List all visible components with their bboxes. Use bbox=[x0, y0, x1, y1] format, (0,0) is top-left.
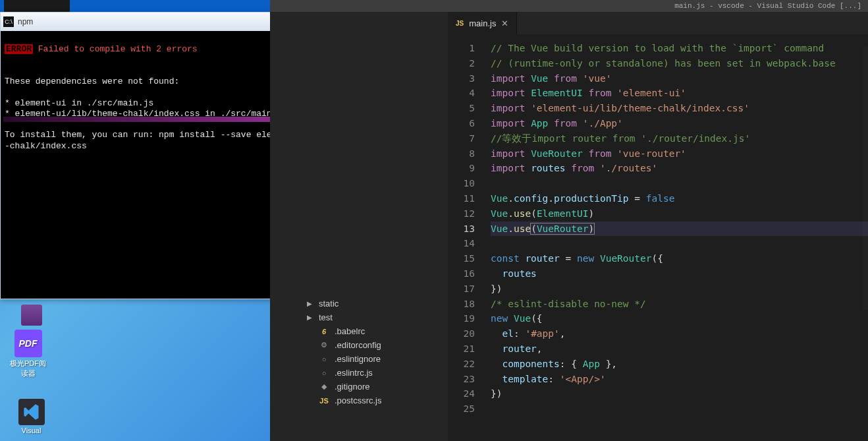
chevron-right-icon: ▶ bbox=[307, 314, 313, 321]
file-eslintignore[interactable]: ○.eslintignore bbox=[303, 352, 441, 366]
file-label: .eslintignore bbox=[335, 354, 381, 364]
eslint-icon: ○ bbox=[319, 355, 329, 363]
file-label: .editorconfig bbox=[335, 340, 381, 350]
file-label: .eslintrc.js bbox=[335, 368, 373, 378]
error-message: Failed to compile with 2 errors bbox=[33, 44, 198, 54]
pdf-icon: PDF bbox=[14, 330, 42, 357]
file-label: .postcssrc.js bbox=[335, 396, 382, 405]
vscode-icon bbox=[18, 399, 45, 425]
tab-mainjs[interactable]: JS main.js ✕ bbox=[448, 12, 517, 34]
file-label: .gitignore bbox=[335, 382, 369, 392]
rar-icon bbox=[21, 305, 42, 326]
folder-label: static bbox=[319, 299, 339, 309]
code-editor: JS main.js ✕ 123456789101112131415161718… bbox=[448, 12, 868, 441]
desktop-label: Visual bbox=[10, 426, 53, 434]
vscode-window-title: main.js - vscode - Visual Studio Code [.… bbox=[674, 0, 861, 12]
editor-tabs: JS main.js ✕ bbox=[448, 12, 868, 34]
folder-test[interactable]: ▶test bbox=[303, 310, 441, 324]
file-postcssrc[interactable]: JS.postcssrc.js bbox=[303, 394, 441, 407]
taskbar-item[interactable] bbox=[4, 0, 70, 12]
chevron-right-icon: ▶ bbox=[307, 300, 313, 307]
js-icon: JS bbox=[319, 397, 329, 405]
code-comment: // (runtime-only or standalone) has been… bbox=[491, 58, 836, 69]
tab-label: main.js bbox=[469, 18, 496, 28]
file-babelrc[interactable]: 6.babelrc bbox=[303, 324, 441, 338]
cmd-icon: C:\ bbox=[3, 16, 14, 27]
folder-label: test bbox=[319, 312, 333, 322]
close-tab-icon[interactable]: ✕ bbox=[501, 18, 508, 28]
file-editorconfig[interactable]: ⚙.editorconfig bbox=[303, 338, 441, 352]
code-content[interactable]: // The Vue build version to load with th… bbox=[484, 34, 868, 441]
js-icon: JS bbox=[456, 20, 464, 27]
terminal-line: -chalk/index.css bbox=[5, 141, 87, 151]
eslint-icon: ○ bbox=[319, 369, 329, 377]
file-gitignore[interactable]: ◆.gitignore bbox=[303, 380, 441, 394]
desktop-label: 极光PDF阅读器 bbox=[7, 359, 49, 378]
desktop-icon-pdf[interactable]: PDF 极光PDF阅读器 bbox=[7, 330, 49, 378]
folder-static[interactable]: ▶static bbox=[303, 297, 441, 310]
file-explorer: ▶static ▶test 6.babelrc ⚙.editorconfig ○… bbox=[303, 297, 441, 407]
error-badge: ERROR bbox=[5, 44, 33, 54]
terminal-line: * element-ui in ./src/main.js bbox=[5, 98, 153, 108]
taskbar-strip bbox=[0, 0, 270, 12]
gear-icon: ⚙ bbox=[319, 341, 329, 349]
git-icon: ◆ bbox=[319, 382, 329, 391]
code-comment: // The Vue build version to load with th… bbox=[491, 43, 824, 53]
desktop-icon-vscode[interactable]: Visual bbox=[10, 399, 53, 434]
terminal-line: These dependencies were not found: bbox=[5, 76, 179, 86]
line-number-gutter: 1234567891011121314151617181920212223242… bbox=[448, 34, 484, 441]
file-label: .babelrc bbox=[335, 326, 365, 336]
minimap[interactable] bbox=[863, 46, 868, 310]
code-comment: /* eslint-disable no-new */ bbox=[491, 299, 646, 309]
file-eslintrc[interactable]: ○.eslintrc.js bbox=[303, 366, 441, 380]
babel-icon: 6 bbox=[319, 328, 329, 336]
